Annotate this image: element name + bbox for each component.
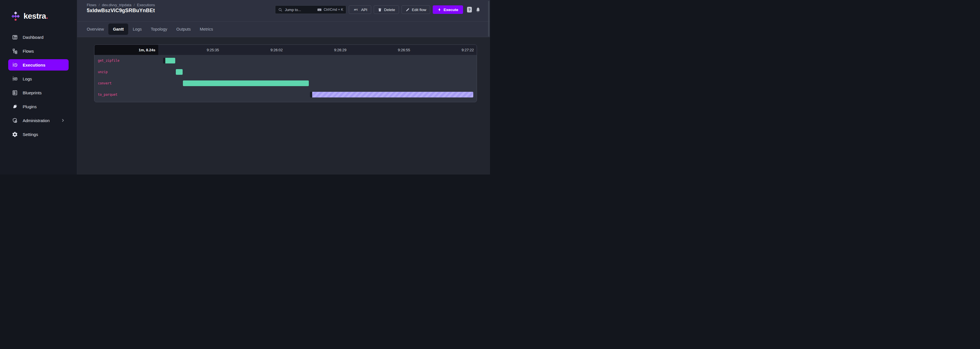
sidebar-item-settings[interactable]: Settings	[8, 128, 68, 140]
bar-created-segment	[310, 92, 312, 97]
breadcrumb-executions[interactable]: Executions	[137, 3, 155, 7]
kestra-logo-icon	[11, 11, 21, 22]
bar-created-segment	[163, 58, 165, 63]
sidebar-item-label: Dashboard	[23, 35, 43, 40]
jump-to-search[interactable]: Jump to... Ctrl/Cmd + K	[275, 5, 346, 14]
executions-icon	[12, 62, 18, 68]
task-label[interactable]: convert	[98, 81, 111, 85]
kestra-logo-text: kestra.	[24, 12, 48, 20]
pencil-icon	[406, 8, 410, 12]
scrollbar-thumb[interactable]	[488, 1, 490, 36]
tab-logs[interactable]: Logs	[128, 24, 146, 35]
sidebar-nav: Dashboard Flows Executions Logs	[8, 32, 68, 143]
tab-overview[interactable]: Overview	[82, 24, 108, 35]
gantt-tick: 9:26:02	[222, 45, 286, 55]
gantt-row-get-zipfile: get_zipfile	[94, 55, 477, 66]
gantt-tick: 9:26:55	[349, 45, 413, 55]
sidebar-item-administration[interactable]: Administration	[8, 115, 68, 126]
bar-main-segment	[312, 92, 473, 97]
logs-icon	[12, 76, 18, 82]
sidebar: kestra. Dashboard Flows Executions	[0, 0, 77, 174]
breadcrumb-separator: /	[99, 3, 100, 7]
flows-icon	[12, 48, 18, 54]
breadcrumb-namespace[interactable]: dev.divvy_tripdata	[102, 3, 132, 7]
gantt-duration-cell: 1m, 8.24s	[94, 45, 158, 55]
settings-icon	[12, 131, 18, 137]
breadcrumb: Flows / dev.divvy_tripdata / Executions	[87, 3, 155, 7]
page-title: 5xldwBszViC9gSRBuYnBEt	[87, 8, 155, 14]
bar-main-segment	[183, 81, 309, 86]
svg-text:API: API	[354, 8, 358, 11]
sidebar-item-label: Settings	[23, 132, 38, 137]
breadcrumb-separator: /	[134, 3, 135, 7]
logo-dot: .	[46, 12, 48, 21]
gantt-tick: 9:26:29	[286, 45, 349, 55]
bar-main-segment	[176, 69, 183, 75]
tab-gantt[interactable]: Gantt	[108, 24, 128, 35]
search-icon	[278, 8, 282, 12]
trash-icon	[378, 8, 382, 12]
lightning-bolt-icon	[438, 8, 442, 12]
sidebar-item-label: Blueprints	[23, 90, 42, 95]
tab-topology[interactable]: Topology	[146, 24, 172, 35]
tab-outputs[interactable]: Outputs	[172, 24, 196, 35]
gantt-rows: get_zipfile unzip convert	[94, 55, 477, 102]
kestra-logo[interactable]: kestra.	[11, 11, 48, 22]
sidebar-item-flows[interactable]: Flows	[8, 45, 68, 57]
kestra-app: kestra. Dashboard Flows Executions	[0, 0, 490, 174]
sidebar-item-executions[interactable]: Executions	[8, 59, 68, 71]
chevron-right-icon	[61, 118, 65, 123]
gantt-row-convert: convert	[94, 78, 477, 89]
blueprints-icon	[12, 89, 18, 96]
gantt-row-to-parquet: to_parquet	[94, 89, 477, 100]
task-bar-get-zipfile[interactable]	[163, 58, 175, 63]
task-label[interactable]: get_zipfile	[98, 59, 119, 63]
sidebar-item-label: Executions	[23, 63, 45, 67]
api-icon: API	[353, 7, 359, 13]
gantt-panel: 1m, 8.24s 9:25:35 9:26:02 9:26:29 9:26:5…	[94, 44, 477, 102]
plugins-icon	[12, 103, 18, 109]
tab-metrics[interactable]: Metrics	[196, 24, 218, 35]
execute-button[interactable]: Execute	[433, 5, 463, 14]
gantt-time-axis: 1m, 8.24s 9:25:35 9:26:02 9:26:29 9:26:5…	[94, 45, 477, 55]
gantt-tick: 9:25:35	[158, 45, 222, 55]
sidebar-item-blueprints[interactable]: Blueprints	[8, 87, 68, 98]
task-bar-convert[interactable]	[183, 81, 309, 86]
task-label[interactable]: unzip	[98, 70, 108, 74]
topbar: Flows / dev.divvy_tripdata / Executions …	[77, 0, 490, 22]
api-button[interactable]: API API	[349, 5, 371, 14]
notifications-bell-icon[interactable]	[475, 7, 480, 13]
sidebar-item-dashboard[interactable]: Dashboard	[8, 32, 68, 43]
breadcrumb-flows[interactable]: Flows	[87, 3, 96, 7]
topbar-actions: Jump to... Ctrl/Cmd + K API API De	[275, 5, 480, 14]
bar-main-segment	[165, 58, 175, 63]
task-bar-unzip[interactable]	[176, 69, 183, 75]
administration-icon	[12, 117, 18, 124]
sidebar-item-logs[interactable]: Logs	[8, 73, 68, 84]
help-icon[interactable]: ?	[467, 7, 472, 13]
task-bar-to-parquet[interactable]	[310, 92, 473, 97]
delete-button[interactable]: Delete	[374, 5, 399, 14]
task-label[interactable]: to_parquet	[98, 93, 118, 97]
search-placeholder: Jump to...	[285, 8, 301, 12]
gantt-tick: 9:27:22	[413, 45, 477, 55]
sidebar-item-plugins[interactable]: Plugins	[8, 101, 68, 112]
sidebar-item-label: Logs	[23, 76, 32, 81]
sidebar-item-label: Administration	[23, 118, 49, 123]
dashboard-icon	[12, 34, 18, 40]
gantt-row-unzip: unzip	[94, 66, 477, 78]
sidebar-item-label: Flows	[23, 49, 34, 54]
tabs-bar: Overview Gantt Logs Topology Outputs Met…	[77, 22, 490, 37]
sidebar-item-label: Plugins	[23, 104, 37, 109]
keyboard-icon	[317, 7, 322, 12]
search-shortcut: Ctrl/Cmd + K	[317, 7, 343, 12]
edit-flow-button[interactable]: Edit flow	[401, 5, 430, 14]
